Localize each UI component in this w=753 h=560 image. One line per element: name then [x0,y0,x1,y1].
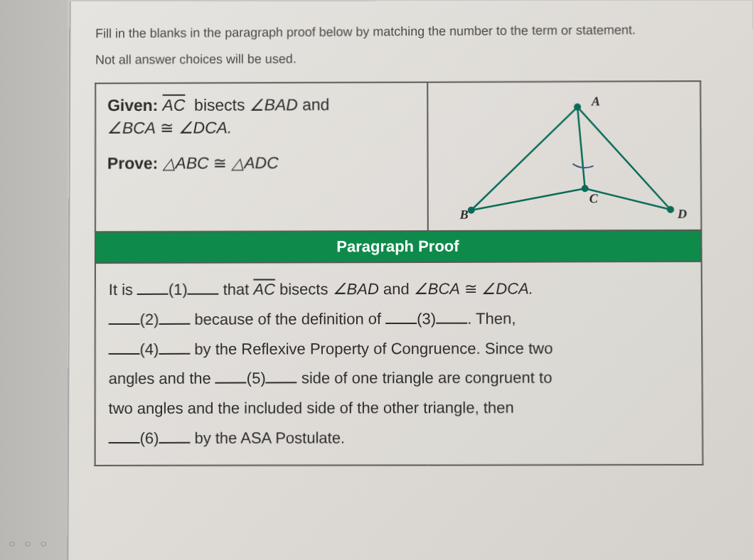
blank-3-right[interactable] [436,305,467,324]
page-content: Fill in the blanks in the paragraph proo… [67,1,753,560]
blank-5-num: (5) [247,370,266,387]
blank-5-right[interactable] [266,365,297,384]
svg-point-5 [574,104,581,111]
given-prove-cell: Given: AC bisects ∠BAD and ∠BCA ≅ ∠DCA. … [95,82,428,232]
prove-tri-adc: △ADC [231,154,278,172]
page-margin [0,0,68,560]
blank-4-left[interactable] [109,335,140,354]
proof-angle-bca: ∠BCA [414,280,460,298]
proof-text-asa: by the ASA Postulate. [194,429,345,446]
svg-point-6 [468,207,475,214]
vertex-d-label: D [677,207,687,221]
vertex-b-label: B [459,208,469,222]
blank-6-left[interactable] [109,425,140,444]
given-angle-dca: ∠DCA. [178,119,233,137]
proof-congruent-1: ≅ [464,280,477,298]
vertex-c-label: C [589,191,599,205]
svg-line-0 [471,107,578,210]
blank-2-right[interactable] [159,306,190,324]
given-angle-bca: ∠BCA [107,119,156,137]
given-text-bisects: bisects [194,95,245,114]
blank-1-num: (1) [169,281,188,298]
blank-5-left[interactable] [215,365,247,384]
proof-text-bisects: bisects [279,280,328,298]
proof-text-itis: It is [109,281,133,298]
proof-text-angles: angles and the [109,370,211,387]
corner-dots: ○ ○ ○ [9,537,50,550]
blank-2-num: (2) [140,311,159,328]
instruction-line-2: Not all answer choices will be used. [95,50,728,68]
blank-3-num: (3) [417,310,436,328]
proof-text-twoangles: two angles and the included side of the … [109,399,514,417]
blank-1-left[interactable] [137,276,169,295]
instruction-line-1: Fill in the blanks in the paragraph proo… [95,20,727,43]
given-text-and: and [302,95,329,114]
blank-4-num: (4) [140,340,159,357]
blank-6-num: (6) [140,429,159,447]
given-angle-bad: ∠BAD [250,95,298,114]
prove-congruent: ≅ [213,154,227,173]
blank-2-left[interactable] [109,306,140,324]
svg-point-8 [582,185,589,192]
blank-1-right[interactable] [188,276,219,294]
given-label: Given: [107,96,158,114]
diagram-cell: A B C D [427,81,701,231]
paragraph-proof-body: It is (1) that AC bisects ∠BAD and ∠BCA … [95,262,703,465]
proof-text-reflexive: by the Reflexive Property of Congruence.… [194,339,552,357]
svg-line-2 [471,188,585,210]
prove-label: Prove: [107,154,158,173]
prove-tri-abc: △ABC [163,154,209,173]
proof-angle-bad: ∠BAD [333,280,379,298]
proof-text-then: . Then, [467,309,516,327]
proof-angle-dca: ∠DCA. [481,279,533,297]
proof-segment-ac: AC [253,280,275,298]
blank-3-left[interactable] [385,305,417,324]
proof-text-because: because of the definition of [194,310,381,328]
proof-text-that: that [223,281,250,298]
triangle-diagram: A B C D [428,82,699,232]
given-segment-ac: AC [163,96,186,114]
vertex-a-label: A [591,94,600,108]
blank-4-right[interactable] [159,335,190,354]
paragraph-proof-header: Paragraph Proof [95,230,702,263]
svg-line-4 [577,107,585,189]
blank-6-right[interactable] [159,424,190,443]
svg-point-7 [667,206,674,213]
proof-text-and: and [383,280,410,298]
given-congruent: ≅ [160,119,173,137]
proof-text-side: side of one triangle are congruent to [301,369,552,387]
proof-table: Given: AC bisects ∠BAD and ∠BCA ≅ ∠DCA. … [95,80,704,466]
